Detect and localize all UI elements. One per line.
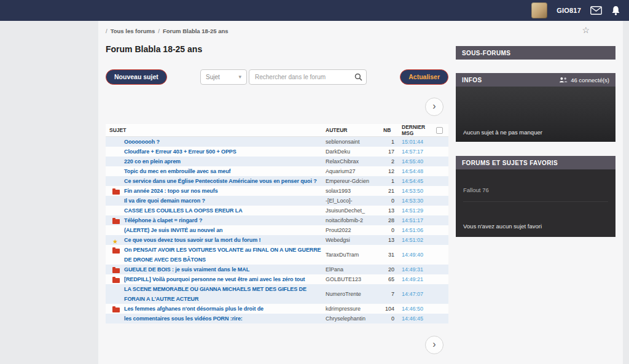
topic-author[interactable]: Chryselephantin — [326, 316, 365, 322]
header-author: AUTEUR — [326, 124, 383, 137]
refresh-button[interactable]: Actualiser — [400, 69, 448, 85]
last-message-link[interactable]: 14:51:06 — [402, 227, 423, 233]
topic-count: 0 — [383, 314, 402, 323]
topic-author[interactable]: -[El_Loco]- — [326, 198, 353, 204]
topic-author[interactable]: DarkDeku — [326, 149, 350, 155]
search-icon[interactable] — [354, 73, 362, 81]
topic-link[interactable]: Ooooooooh ? — [124, 139, 160, 145]
topic-author[interactable]: noitacifobmib-2 — [326, 217, 363, 223]
last-message-link[interactable]: 14:46:50 — [402, 306, 423, 312]
topic-filter-select[interactable]: Sujet ▾ — [200, 69, 247, 85]
new-topic-button[interactable]: Nouveau sujet — [106, 69, 167, 85]
topic-link[interactable]: Téléphone à clapet = ringard ? — [124, 217, 202, 223]
table-row: Les femmes afghanes n'ont désormais plus… — [106, 304, 448, 314]
topic-link[interactable]: les commentaires sous les vidéos PORN :r… — [124, 316, 243, 322]
sidebar: SOUS-FORUMS INFOS 46 connecté(s) Aucun s… — [456, 46, 615, 237]
folder-icon — [112, 249, 120, 254]
last-message-link[interactable]: 14:54:48 — [402, 168, 423, 174]
breadcrumb-separator: / — [158, 28, 160, 34]
favorites-box: Fallout 76 Vous n'avez aucun sujet favor… — [456, 169, 615, 237]
topic-count: 13 — [383, 206, 402, 215]
breadcrumb-separator: / — [106, 28, 107, 34]
topic-author[interactable]: Aquarium27 — [326, 168, 356, 174]
topic-count: 17 — [383, 147, 402, 157]
topic-link[interactable]: (ALERTE) Je suis INVITÉ au nouvel an — [124, 227, 222, 233]
topic-link[interactable]: Ce service dans une Église Pentecotiste … — [124, 178, 317, 184]
mail-icon[interactable] — [590, 6, 602, 15]
favorites-header: FORUMS ET SUJETS FAVORIS — [456, 156, 615, 169]
topic-count: 104 — [383, 304, 402, 314]
table-row: LA SCENE MEMORABLE OU GIANNA MICHAELS ME… — [106, 284, 448, 304]
topic-link[interactable]: 220 co en plein aprem — [124, 158, 181, 165]
favorite-forum-link[interactable]: Fallout 76 — [463, 187, 608, 202]
topic-count: 13 — [383, 235, 402, 245]
topic-count: 1 — [383, 176, 402, 186]
table-row: ★Ce que vous devez tous savoir sur la mo… — [106, 235, 448, 245]
last-message-link[interactable]: 14:51:29 — [402, 207, 423, 214]
favorites-title: FORUMS ET SUJETS FAVORIS — [462, 160, 558, 166]
last-message-link[interactable]: 14:53:50 — [402, 188, 423, 194]
chevron-down-icon: ▾ — [238, 74, 241, 80]
table-row: Cloudfare + Erreur 403 + Erreur 500 + OP… — [106, 147, 448, 157]
last-message-link[interactable]: 14:49:40 — [402, 252, 423, 258]
topic-link[interactable]: LA SCENE MEMORABLE OU GIANNA MICHAELS ME… — [124, 286, 307, 302]
topic-link[interactable]: Fin année 2024 : topo sur nos meufs — [124, 188, 218, 194]
last-message-link[interactable]: 14:55:40 — [402, 158, 423, 165]
breadcrumb-item-forums[interactable]: Tous les forums — [111, 28, 155, 34]
topic-author[interactable]: solax1993 — [326, 188, 351, 194]
last-message-link[interactable]: 14:49:31 — [402, 266, 423, 273]
avatar[interactable] — [531, 2, 547, 18]
folder-icon — [112, 278, 120, 283]
search-group: Sujet ▾ — [200, 69, 367, 85]
topic-link[interactable]: Ce que vous devez tous savoir sur la mor… — [124, 237, 260, 243]
last-message-link[interactable]: 14:57:17 — [402, 149, 423, 155]
topic-author[interactable]: RelaxChibrax — [326, 158, 359, 165]
select-all-checkbox[interactable] — [436, 127, 443, 134]
last-message-link[interactable]: 14:51:02 — [402, 237, 423, 243]
breadcrumb-item-current[interactable]: Forum Blabla 18-25 ans — [163, 28, 229, 34]
topic-link[interactable]: Les femmes afghanes n'ont désormais plus… — [124, 306, 264, 312]
topic-count: 31 — [383, 245, 402, 265]
pagination-next-button[interactable]: › — [425, 98, 443, 116]
topic-author[interactable]: seblenonsaint — [326, 139, 360, 145]
topic-count: 65 — [383, 274, 402, 284]
connected-label: 46 connecté(s) — [571, 77, 609, 83]
last-message-link[interactable]: 14:46:45 — [402, 316, 423, 322]
top-navbar: GIO817 — [0, 0, 629, 21]
pagination-next-button[interactable]: › — [425, 336, 443, 354]
topic-link[interactable]: [REDPILL] Voilà pourquoi personne ne veu… — [124, 276, 305, 282]
infos-notice: Aucun sujet à ne pas manquer — [463, 129, 608, 136]
topic-author[interactable]: ElPana — [326, 266, 343, 273]
topic-link[interactable]: Topic du mec en embrouille avec sa meuf — [124, 168, 231, 174]
topic-author[interactable]: Webedgsi — [326, 237, 350, 243]
username[interactable]: GIO817 — [557, 7, 581, 14]
table-row: Topic du mec en embrouille avec sa meuf … — [106, 166, 448, 176]
topic-link[interactable]: GUEULE DE BOIS : je suis vraiment dans l… — [124, 266, 249, 273]
header-last-msg: DERNIER MSG — [402, 124, 436, 137]
last-message-link[interactable]: 14:53:30 — [402, 198, 423, 204]
last-message-link[interactable]: 15:01:44 — [402, 139, 423, 145]
folder-icon — [112, 308, 120, 312]
search-input[interactable] — [249, 69, 367, 85]
topic-link[interactable]: On PENSAIT AVOIR LES VOITURES VOLANTE au… — [124, 247, 321, 263]
topic-author[interactable]: Prout2022 — [326, 227, 351, 233]
topic-author[interactable]: TaraxDuTram — [326, 252, 359, 258]
last-message-link[interactable]: 14:49:21 — [402, 276, 423, 282]
topic-link[interactable]: Cloudfare + Erreur 403 + Erreur 500 + OP… — [124, 149, 236, 155]
last-message-link[interactable]: 14:47:07 — [402, 291, 423, 297]
topic-author[interactable]: kdrimpressure — [326, 306, 361, 312]
topic-link[interactable]: Il va dire quoi demain macron ? — [124, 198, 205, 204]
topic-count: 7 — [383, 284, 402, 304]
table-row: CASSE LES COUILLES LA OOPSS EREUR LA Jsu… — [106, 206, 448, 215]
last-message-link[interactable]: 14:54:45 — [402, 178, 423, 184]
header-count: NB — [383, 124, 402, 137]
topic-filter-label: Sujet — [206, 74, 220, 80]
topic-author[interactable]: Empereur-Gdcien — [326, 178, 369, 184]
topic-author[interactable]: NumeroTrente — [326, 291, 361, 297]
topic-author[interactable]: JsuisunDechet_ — [326, 207, 365, 214]
notifications-icon[interactable] — [611, 6, 620, 15]
favorite-star-icon[interactable]: ☆ — [582, 26, 590, 34]
topic-link[interactable]: CASSE LES COUILLES LA OOPSS EREUR LA — [124, 207, 243, 214]
last-message-link[interactable]: 14:51:17 — [402, 217, 423, 223]
topic-author[interactable]: GOLBUTE123 — [326, 276, 361, 282]
